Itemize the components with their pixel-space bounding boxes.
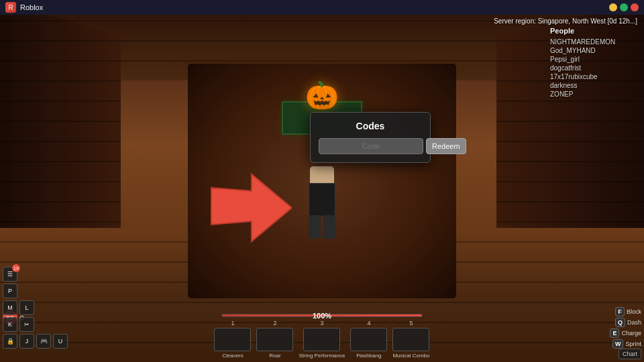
ability-label-4: Flashbang (356, 353, 381, 359)
health-bar-container: 100% (221, 314, 423, 317)
ability-slot-1: 1 Cleavers (214, 320, 251, 359)
player-body (309, 183, 335, 217)
codes-dialog-title: Codes (319, 121, 422, 131)
server-info: Server region: Singapore, North West [0d… (494, 17, 637, 25)
ability-label-5: Musical Combo (392, 353, 429, 359)
hud-row-2: P (3, 284, 68, 298)
player-4: dogcatfrist (550, 64, 637, 72)
player-5: 17x17rubixcube (550, 72, 637, 81)
redeem-button[interactable]: Redeem (426, 138, 466, 154)
ability-slots: 1 Cleavers 2 Roar 3 String Performance 4… (214, 320, 429, 359)
chart-button[interactable]: Chart (619, 349, 641, 359)
ability-box-4[interactable] (350, 328, 387, 351)
hud-p-icon[interactable]: P (3, 284, 17, 298)
ability-label-2: Roar (269, 353, 280, 359)
codes-input-row: Redeem (319, 138, 422, 154)
game-background: 🎃 (0, 0, 644, 362)
health-bar-text: 100% (222, 314, 422, 316)
ability-box-3[interactable] (303, 328, 340, 351)
slot-number-1: 1 (231, 320, 234, 326)
slot-number-3: 3 (320, 320, 323, 326)
ability-box-1[interactable] (214, 328, 251, 351)
title-bar-left: R Roblox (5, 2, 43, 13)
codes-dialog: Codes Redeem (310, 112, 431, 163)
code-input[interactable] (319, 138, 423, 154)
hud-row-1: ☰ 19 (3, 267, 68, 282)
slot-number-5: 5 (409, 320, 413, 326)
ability-slot-4: 4 Flashbang (350, 320, 387, 359)
player-1: NIGHTMAREDEMON (550, 38, 637, 46)
ability-box-2[interactable] (256, 328, 293, 351)
slot-number-2: 2 (273, 320, 276, 326)
ability-slot-5: 5 Musical Combo (392, 320, 429, 359)
app-icon: R (5, 2, 16, 13)
window-title: Roblox (20, 3, 43, 11)
player-6: darkness (550, 81, 637, 90)
ability-slot-3: 3 String Performance (299, 320, 345, 359)
people-title: People (550, 27, 637, 35)
player-character (295, 163, 349, 243)
people-panel: People NIGHTMAREDEMON God_MYHAND Pepsi_g… (550, 27, 637, 99)
player-2: God_MYHAND (550, 46, 637, 55)
player-7: ZONEP (550, 90, 637, 99)
player-legs (309, 215, 335, 239)
title-bar: R Roblox (0, 0, 644, 15)
close-button[interactable] (631, 3, 639, 11)
ability-label-3: String Performance (299, 353, 345, 359)
window-controls (609, 3, 639, 11)
maximize-button[interactable] (620, 3, 628, 11)
people-list: NIGHTMAREDEMON God_MYHAND Pepsi_girl dog… (550, 38, 637, 99)
ability-slot-2: 2 Roar (256, 320, 293, 359)
ability-box-5[interactable] (392, 328, 429, 351)
minimize-button[interactable] (609, 3, 617, 11)
bottom-hud: 100% 1 Cleavers 2 Roar 3 String Performa… (0, 308, 644, 362)
ability-label-1: Cleavers (222, 353, 244, 359)
slot-number-4: 4 (367, 320, 370, 326)
player-3: Pepsi_girl (550, 55, 637, 64)
pumpkin-decoration: 🎃 (305, 80, 339, 111)
game-viewport: 🎃 R Roblox Server region: Singapore, Nor… (0, 0, 644, 362)
notification-badge: 19 (12, 264, 20, 272)
